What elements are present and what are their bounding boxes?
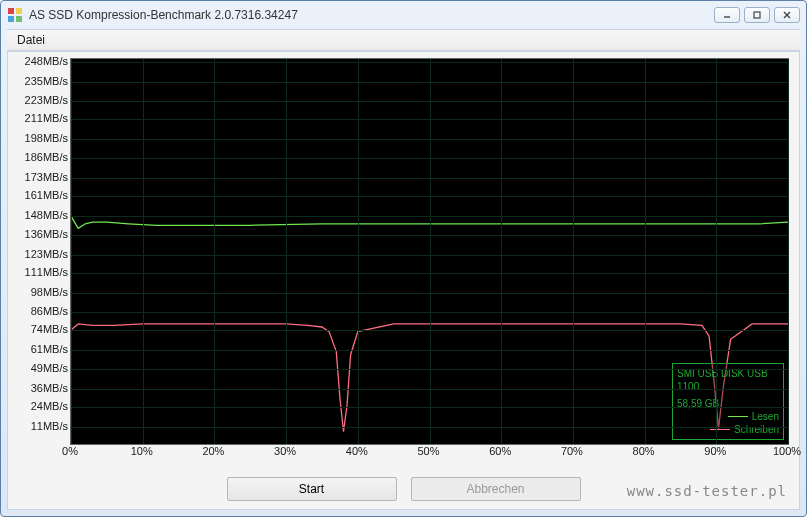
svg-rect-3: [16, 16, 22, 22]
legend-write: Schreiben: [677, 423, 779, 436]
compression-chart: SMI USB DISK USB 1100 58,59 GB Lesen Sch…: [70, 58, 789, 445]
svg-rect-5: [754, 12, 760, 18]
app-icon: [7, 7, 23, 23]
x-tick-label: 60%: [489, 445, 511, 457]
y-tick-label: 111MB/s: [25, 266, 68, 278]
x-tick-label: 0%: [62, 445, 78, 457]
legend-swatch-write: [710, 429, 730, 430]
y-tick-label: 223MB/s: [25, 94, 68, 106]
svg-rect-0: [8, 8, 14, 14]
client-area: SMI USB DISK USB 1100 58,59 GB Lesen Sch…: [7, 51, 800, 510]
title-bar: AS SSD Kompression-Benchmark 2.0.7316.34…: [1, 1, 806, 29]
y-tick-label: 136MB/s: [25, 228, 68, 240]
y-tick-label: 11MB/s: [31, 420, 68, 432]
y-tick-label: 98MB/s: [31, 286, 68, 298]
close-button[interactable]: [774, 7, 800, 23]
y-tick-label: 211MB/s: [25, 112, 68, 124]
y-tick-label: 36MB/s: [31, 382, 68, 394]
window-controls: [714, 7, 800, 23]
legend-capacity: 58,59 GB: [677, 397, 779, 410]
menu-file[interactable]: Datei: [7, 30, 55, 50]
x-tick-label: 50%: [417, 445, 439, 457]
x-tick-label: 30%: [274, 445, 296, 457]
chart-area: SMI USB DISK USB 1100 58,59 GB Lesen Sch…: [10, 54, 797, 465]
y-tick-label: 86MB/s: [31, 305, 68, 317]
legend-swatch-read: [728, 416, 748, 417]
x-tick-label: 100%: [773, 445, 801, 457]
y-tick-label: 198MB/s: [25, 132, 68, 144]
x-tick-label: 70%: [561, 445, 583, 457]
x-tick-label: 40%: [346, 445, 368, 457]
menu-bar: Datei: [7, 29, 800, 51]
legend-read: Lesen: [677, 410, 779, 423]
watermark: www.ssd-tester.pl: [627, 483, 787, 499]
x-tick-label: 10%: [131, 445, 153, 457]
minimize-button[interactable]: [714, 7, 740, 23]
x-tick-label: 80%: [633, 445, 655, 457]
y-tick-label: 235MB/s: [25, 75, 68, 87]
chart-legend: SMI USB DISK USB 1100 58,59 GB Lesen Sch…: [672, 363, 784, 440]
y-tick-label: 49MB/s: [31, 362, 68, 374]
y-tick-label: 248MB/s: [25, 55, 68, 67]
y-tick-label: 173MB/s: [25, 171, 68, 183]
y-tick-label: 74MB/s: [31, 323, 68, 335]
y-tick-label: 161MB/s: [25, 189, 68, 201]
start-button[interactable]: Start: [227, 477, 397, 501]
y-tick-label: 148MB/s: [25, 209, 68, 221]
x-tick-label: 20%: [202, 445, 224, 457]
abort-button[interactable]: Abbrechen: [411, 477, 581, 501]
y-tick-label: 24MB/s: [31, 400, 68, 412]
legend-write-label: Schreiben: [734, 423, 779, 436]
x-tick-label: 90%: [704, 445, 726, 457]
legend-device-2: 1100: [677, 380, 779, 393]
legend-read-label: Lesen: [752, 410, 779, 423]
svg-rect-2: [8, 16, 14, 22]
window-title: AS SSD Kompression-Benchmark 2.0.7316.34…: [29, 8, 714, 22]
y-tick-label: 186MB/s: [25, 151, 68, 163]
svg-rect-1: [16, 8, 22, 14]
app-window: AS SSD Kompression-Benchmark 2.0.7316.34…: [0, 0, 807, 517]
y-tick-label: 61MB/s: [31, 343, 68, 355]
y-tick-label: 123MB/s: [25, 248, 68, 260]
maximize-button[interactable]: [744, 7, 770, 23]
